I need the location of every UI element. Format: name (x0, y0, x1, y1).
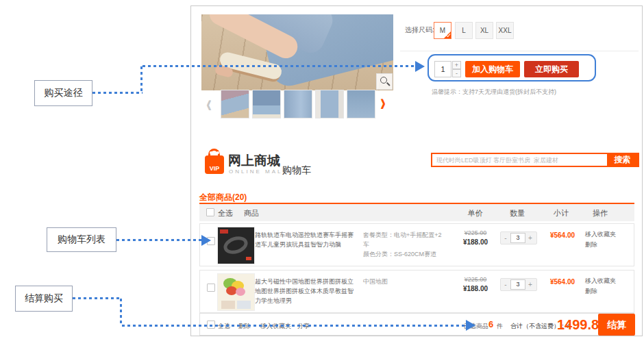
row-subtotal: ¥564.00 (543, 278, 582, 286)
cart-row-track-toy: 路轨轨道车电动遥控轨道赛车手摇赛道车儿童男孩玩具益智智力动脑 套餐类型：电动+手… (199, 223, 634, 266)
annotation-checkout: 结算购买 (15, 286, 73, 312)
image-detail (237, 301, 251, 309)
page-canvas: ‹ › 选择尺码: M L XL XXL 1 + - 加入购物车 立即购买 温馨… (0, 0, 644, 339)
annotation-label: 购物车列表 (58, 234, 106, 246)
row-qty-increase-button[interactable]: + (525, 232, 535, 244)
price-cell: ¥225.00 ¥188.00 (452, 276, 499, 292)
row-quantity-stepper: - 3 + (500, 278, 537, 291)
selected-items-count: 6 (488, 319, 493, 329)
row-quantity-stepper: - 3 + (500, 231, 537, 244)
old-price: ¥225.00 (452, 276, 499, 283)
product-image-china-map[interactable] (217, 273, 255, 311)
bag-dot (210, 151, 212, 154)
image-detail (221, 234, 250, 257)
row-qty-increase-button[interactable]: + (525, 279, 535, 290)
row-qty-input[interactable]: 3 (510, 233, 525, 243)
size-option-m[interactable]: M (434, 22, 451, 39)
tab-all-items[interactable]: 全部商品(20) (199, 192, 247, 203)
size-option-label: L (462, 27, 466, 34)
annotation-line (120, 299, 122, 326)
annotation-line (92, 92, 143, 94)
quantity-input[interactable]: 1 (434, 61, 451, 77)
add-to-cart-button[interactable]: 加入购物车 (465, 61, 520, 77)
delete-link[interactable]: 删除 (585, 240, 597, 249)
size-option-label: XXL (499, 27, 512, 34)
buy-now-button[interactable]: 立即购买 (524, 61, 579, 77)
image-detail (246, 257, 251, 260)
old-price: ¥225.00 (452, 229, 499, 236)
select-all-checkbox[interactable] (206, 208, 214, 216)
product-specs: 中国地图 (363, 277, 444, 286)
annotation-line (143, 65, 417, 67)
thumbnail-2[interactable] (252, 90, 281, 118)
logo-bag-icon[interactable]: VIP (205, 149, 224, 174)
carousel-prev-icon[interactable]: ‹ (206, 94, 212, 114)
annotation-arrowhead-icon (201, 235, 211, 246)
annotation-line (116, 239, 203, 241)
row-qty-input[interactable]: 3 (510, 279, 525, 290)
size-option-xxl[interactable]: XXL (496, 22, 514, 39)
mall-title: 网上商城 (228, 152, 280, 170)
return-policy-tip: 温馨提示：支持7天无理由退货(拆封后不支持) (432, 88, 556, 97)
annotation-cart-list: 购物车列表 (47, 227, 116, 252)
spec-line: 中国地图 (363, 277, 444, 286)
thumbnail-1[interactable] (221, 90, 249, 118)
image-detail (236, 288, 245, 296)
column-subtotal: 小计 (545, 208, 577, 218)
carousel-next-icon[interactable]: › (380, 92, 386, 113)
selected-items-unit: 件 (497, 322, 503, 331)
product-title[interactable]: 路轨轨道车电动遥控轨道赛车手摇赛道车儿童男孩玩具益智智力动脑 (255, 230, 359, 249)
spec-line: 套餐类型：电动+手摇配置+2车 (363, 230, 444, 249)
row-qty-decrease-button[interactable]: - (501, 279, 510, 290)
logo-vip-text: VIP (205, 165, 224, 172)
divider (400, 51, 639, 51)
checkout-button[interactable]: 结算 (598, 314, 635, 336)
quantity-decrease-button[interactable]: - (452, 69, 461, 77)
product-main-image[interactable] (201, 14, 393, 90)
row-qty-decrease-button[interactable]: - (501, 232, 510, 244)
delete-link[interactable]: 删除 (585, 287, 597, 296)
thumbnail-4[interactable] (315, 90, 344, 118)
magnifier-icon[interactable] (376, 73, 393, 90)
thumbnail-5[interactable] (347, 90, 375, 118)
size-option-xl[interactable]: XL (475, 22, 493, 39)
search-input[interactable] (432, 154, 607, 166)
spec-line: 颜色分类：SS-620CM赛道 (363, 249, 444, 259)
annotation-line (122, 325, 467, 327)
column-select-all: 全选 (218, 208, 233, 218)
annotation-purchase-path: 购买途径 (34, 80, 92, 106)
column-product: 商品 (244, 208, 259, 218)
annotation-arrowhead-icon (466, 320, 475, 331)
column-price: 单价 (460, 208, 491, 218)
product-title[interactable]: 超大号磁性中国地图世界拼图拼板立地图世界拼图拼板立体木质早教益智力学生地理男 (255, 277, 359, 305)
price-cell: ¥225.00 ¥188.00 (452, 229, 499, 246)
annotation-line (73, 297, 122, 299)
bag-dot (216, 151, 219, 154)
row-subtotal: ¥564.00 (543, 231, 582, 239)
size-option-label: XL (480, 27, 488, 34)
row-checkbox[interactable] (207, 284, 215, 292)
product-image-track-toy[interactable] (217, 227, 255, 264)
size-picker-label: 选择尺码: (405, 25, 434, 35)
magnifier-handle (386, 82, 390, 86)
quantity-increase-button[interactable]: + (452, 61, 461, 69)
main-panel: ‹ › 选择尺码: M L XL XXL 1 + - 加入购物车 立即购买 温馨… (190, 5, 643, 336)
search-button[interactable]: 搜索 (607, 154, 638, 166)
size-option-l[interactable]: L (455, 22, 473, 39)
image-detail (221, 301, 235, 309)
annotation-line (140, 66, 143, 94)
move-to-favorites-link[interactable]: 移入收藏夹 (585, 277, 616, 286)
annotation-label: 购买途径 (45, 87, 83, 99)
mall-subtitle: ONLINE MALL (229, 168, 288, 175)
move-to-favorites-link[interactable]: 移入收藏夹 (585, 230, 616, 239)
column-actions: 操作 (584, 208, 616, 218)
image-detail (220, 229, 228, 234)
annotation-arrowhead-icon (415, 61, 425, 72)
search-bar: 搜索 (431, 153, 639, 167)
current-price: ¥188.00 (452, 238, 499, 246)
cart-row-china-map: 超大号磁性中国地图世界拼图拼板立地图世界拼图拼板立体木质早教益智力学生地理男 中… (199, 270, 634, 313)
column-quantity: 数量 (501, 208, 534, 218)
product-specs: 套餐类型：电动+手摇配置+2车 颜色分类：SS-620CM赛道 (363, 230, 444, 259)
thumbnail-3[interactable] (284, 90, 312, 118)
annotation-label: 结算购买 (25, 292, 63, 305)
